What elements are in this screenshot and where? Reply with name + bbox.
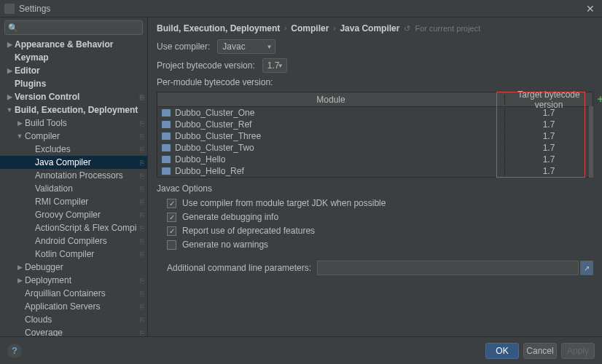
label-debug-info: Generate debugging info — [182, 212, 278, 222]
add-module-button[interactable]: + — [598, 93, 602, 105]
target-bytecode-cell[interactable]: 1.7 — [505, 154, 593, 165]
target-bytecode-cell[interactable]: 1.7 — [505, 108, 593, 118]
checkbox-use-module-jdk[interactable] — [167, 199, 176, 208]
module-name: Dubbo_Cluster_Ref — [175, 119, 251, 130]
table-row[interactable]: Dubbo_Cluster_One1.7 — [157, 107, 593, 119]
use-compiler-label: Use compiler: — [157, 41, 210, 52]
checkbox-debug-info[interactable] — [167, 213, 176, 222]
sidebar-item-keymap[interactable]: Keymap — [0, 51, 147, 64]
checkbox-no-warnings[interactable] — [167, 240, 176, 250]
table-row[interactable]: Dubbo_Cluster_Three1.7 — [157, 130, 593, 142]
sidebar-item-clouds[interactable]: Clouds⎘ — [0, 313, 147, 326]
sidebar-item-android-compilers[interactable]: Android Compilers⎘ — [0, 234, 147, 248]
checkbox-deprecated[interactable] — [167, 226, 176, 236]
label-use-module-jdk: Use compiler from module target JDK when… — [182, 198, 386, 208]
project-scope-icon: ⎘ — [140, 93, 144, 101]
reset-icon[interactable]: ↺ — [404, 24, 410, 33]
sidebar-item-rmi-compiler[interactable]: RMI Compiler⎘ — [0, 195, 147, 208]
scope-label: For current project — [415, 24, 480, 33]
sidebar-item-actionscript-flex-compiler[interactable]: ActionScript & Flex Compiler⎘ — [0, 221, 147, 234]
sidebar-item-java-compiler[interactable]: Java Compiler⎘ — [0, 156, 147, 169]
project-scope-icon: ⎘ — [140, 185, 144, 193]
module-table: Module Target bytecode version Dubbo_Clu… — [157, 92, 593, 178]
tree-arrow-icon: ▶ — [15, 277, 25, 284]
chevron-down-icon: ▼ — [266, 44, 272, 50]
chevron-right-icon: › — [284, 25, 286, 32]
cancel-button[interactable]: Cancel — [523, 343, 557, 359]
table-row[interactable]: Dubbo_Cluster_Ref1.7 — [157, 119, 593, 130]
module-icon — [162, 109, 171, 116]
sidebar-item-excludes[interactable]: Excludes⎘ — [0, 143, 147, 156]
sidebar-item-label: Excludes — [35, 144, 137, 154]
sidebar-item-coverage[interactable]: Coverage⎘ — [0, 326, 147, 336]
tree-arrow-icon: ▶ — [4, 67, 15, 74]
sidebar-item-kotlin-compiler[interactable]: Kotlin Compiler⎘ — [0, 248, 147, 261]
sidebar-item-plugins[interactable]: Plugins — [0, 77, 147, 90]
table-row[interactable]: Dubbo_Hello_Ref1.7 — [157, 165, 593, 177]
help-icon[interactable]: ? — [7, 344, 22, 358]
column-module[interactable]: Module — [157, 95, 505, 105]
table-row[interactable]: Dubbo_Cluster_Two1.7 — [157, 142, 593, 154]
sidebar-item-editor[interactable]: ▶Editor — [0, 64, 147, 77]
sidebar-item-label: Build Tools — [25, 118, 137, 128]
use-compiler-select[interactable]: Javac ▼ — [217, 39, 275, 54]
breadcrumb-3: Java Compiler — [340, 23, 399, 33]
sidebar-item-deployment[interactable]: ▶Deployment⎘ — [0, 274, 147, 287]
sidebar-item-build-tools[interactable]: ▶Build Tools⎘ — [0, 116, 147, 130]
tree-arrow-icon: ▼ — [15, 132, 25, 140]
sidebar-item-label: Compiler — [25, 131, 137, 141]
sidebar-item-label: Editor — [15, 66, 144, 76]
module-name: Dubbo_Hello_Ref — [175, 166, 244, 176]
breadcrumb-2: Compiler — [291, 23, 329, 33]
sidebar-item-build-execution-deployment[interactable]: ▼Build, Execution, Deployment — [0, 103, 147, 116]
table-scrollbar[interactable] — [589, 106, 593, 178]
app-icon — [4, 4, 15, 14]
sidebar-item-annotation-processors[interactable]: Annotation Processors⎘ — [0, 169, 147, 182]
module-name: Dubbo_Cluster_Three — [175, 131, 261, 141]
breadcrumb-1: Build, Execution, Deployment — [157, 23, 280, 33]
breadcrumb: Build, Execution, Deployment › Compiler … — [157, 23, 593, 33]
sidebar-item-version-control[interactable]: ▶Version Control⎘ — [0, 90, 147, 103]
sidebar-item-groovy-compiler[interactable]: Groovy Compiler⎘ — [0, 208, 147, 221]
search-input[interactable] — [4, 20, 143, 35]
sidebar-item-arquillian-containers[interactable]: Arquillian Containers⎘ — [0, 287, 147, 300]
project-scope-icon: ⎘ — [140, 198, 144, 206]
table-row[interactable]: Dubbo_Hello1.7 — [157, 154, 593, 165]
project-bytecode-select[interactable]: 1.7 ▼ — [262, 58, 287, 73]
project-scope-icon: ⎘ — [140, 211, 144, 219]
sidebar-item-label: Kotlin Compiler — [35, 249, 137, 259]
ok-button[interactable]: OK — [485, 343, 519, 359]
sidebar-item-appearance-behavior[interactable]: ▶Appearance & Behavior — [0, 38, 147, 51]
sidebar-item-label: Android Compilers — [35, 236, 137, 246]
target-bytecode-cell[interactable]: 1.7 — [505, 119, 593, 130]
label-no-warnings: Generate no warnings — [182, 240, 268, 250]
settings-tree[interactable]: ▶Appearance & BehaviorKeymap▶EditorPlugi… — [0, 38, 147, 336]
cmdline-expand-button[interactable]: ↗ — [580, 261, 593, 275]
target-bytecode-cell[interactable]: 1.7 — [505, 131, 593, 141]
per-module-label: Per-module bytecode version: — [157, 77, 273, 87]
window-title: Settings — [19, 4, 583, 14]
module-name: Dubbo_Cluster_Two — [175, 143, 254, 153]
tree-arrow-icon: ▼ — [4, 106, 15, 114]
sidebar-item-label: Version Control — [15, 92, 137, 102]
module-icon — [162, 156, 171, 163]
target-bytecode-cell[interactable]: 1.7 — [505, 166, 593, 176]
sidebar-item-validation[interactable]: Validation⎘ — [0, 182, 147, 195]
sidebar-item-application-servers[interactable]: Application Servers⎘ — [0, 300, 147, 313]
sidebar-item-label: Debugger — [25, 262, 144, 272]
sidebar-item-label: Coverage — [25, 328, 137, 336]
sidebar-item-compiler[interactable]: ▼Compiler⎘ — [0, 130, 147, 143]
project-scope-icon: ⎘ — [140, 237, 144, 245]
sidebar-item-label: Clouds — [25, 314, 137, 325]
target-bytecode-cell[interactable]: 1.7 — [505, 143, 593, 153]
cmdline-input[interactable] — [317, 261, 579, 275]
sidebar-item-debugger[interactable]: ▶Debugger — [0, 261, 147, 274]
close-icon[interactable]: ✕ — [583, 3, 598, 15]
sidebar-item-label: Appearance & Behavior — [15, 39, 144, 50]
project-scope-icon: ⎘ — [140, 159, 144, 167]
apply-button[interactable]: Apply — [561, 343, 595, 359]
javac-options-label: Javac Options — [157, 183, 593, 194]
column-target[interactable]: Target bytecode version — [505, 90, 593, 110]
project-scope-icon: ⎘ — [140, 172, 144, 180]
module-icon — [162, 121, 171, 128]
